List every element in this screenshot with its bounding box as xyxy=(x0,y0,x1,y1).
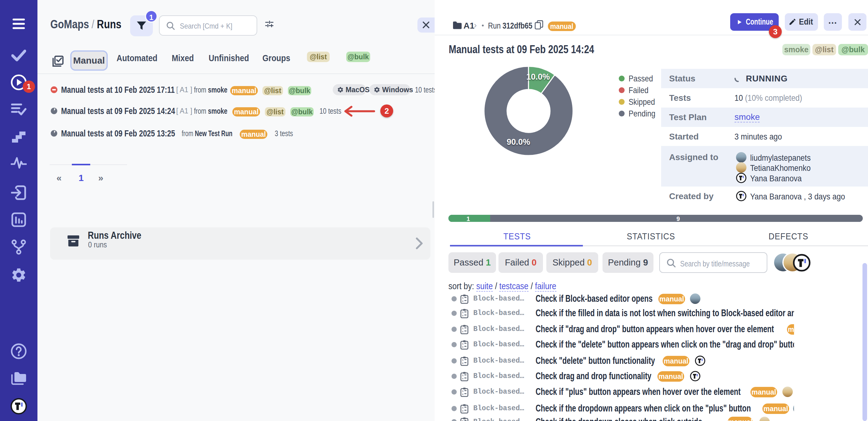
svg-text:90.0%: 90.0% xyxy=(507,137,530,147)
svg-text:10.0%: 10.0% xyxy=(526,72,550,81)
